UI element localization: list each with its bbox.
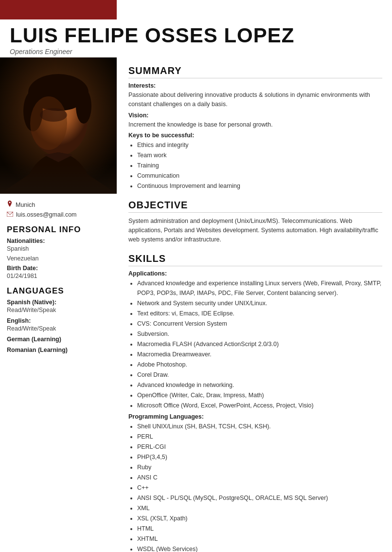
prog-item-7: ANSI SQL - PL/SQL (MySQL, PostgreSQL, OR…	[137, 493, 382, 503]
app-item-0: Advanced knowledge and experience instal…	[137, 278, 382, 298]
job-title: Operations Engineer	[10, 48, 382, 55]
prog-item-9: XSL (XSLT, Xpath)	[137, 514, 382, 523]
applications-label: Applications:	[128, 270, 382, 277]
svg-point-7	[40, 108, 67, 122]
lang-label-2: German (Learning)	[7, 336, 110, 343]
lang-value-0: Read/Write/Speak	[7, 307, 110, 313]
birth-date-value: 01/24/1981	[7, 273, 110, 279]
header-bar	[0, 0, 117, 19]
lang-label-1: English:	[7, 317, 110, 324]
app-item-9: Advanced knowledge in networking.	[137, 380, 382, 390]
app-item-6: Macromedia Dreamweaver.	[137, 350, 382, 359]
keys-list: Ethics and integrity Team work Training …	[137, 140, 382, 191]
key-item-0: Ethics and integrity	[137, 140, 382, 150]
key-item-2: Training	[137, 161, 382, 170]
location-row: Munich	[7, 201, 110, 209]
photo-area	[0, 57, 117, 194]
main-layout: Munich luis.osses@gmail.com PERSONAL INF…	[0, 57, 392, 552]
personal-info-heading: PERSONAL INFO	[7, 225, 110, 235]
app-item-3: CVS: Concurrent Version System	[137, 319, 382, 329]
skills-heading: SKILLS	[128, 253, 382, 266]
name-section: LUIS FELIPE OSSES LOPEZ Operations Engin…	[0, 19, 392, 57]
prog-item-0: Shell UNIX/Linux (SH, BASH, TCSH, CSH, K…	[137, 422, 382, 431]
nationalities-label: Nationalities:	[7, 238, 110, 244]
interests-label: Interests:	[128, 82, 382, 89]
programming-list: Shell UNIX/Linux (SH, BASH, TCSH, CSH, K…	[137, 422, 382, 552]
lang-entry-2: German (Learning)	[7, 336, 110, 343]
app-item-4: Subversion.	[137, 329, 382, 339]
key-item-1: Team work	[137, 150, 382, 160]
nationality-1: Spanish	[7, 245, 110, 252]
full-name: LUIS FELIPE OSSES LOPEZ	[10, 24, 382, 47]
languages-heading: LANGUAGES	[7, 286, 110, 296]
app-item-10: OpenOffice (Writer, Calc, Draw, Impress,…	[137, 390, 382, 400]
key-item-4: Continuous Improvement and learning	[137, 181, 382, 191]
vision-text: Increment the knowledge is base for pers…	[128, 120, 382, 129]
lang-entry-3: Romanian (Learning)	[7, 347, 110, 353]
left-column: Munich luis.osses@gmail.com PERSONAL INF…	[0, 57, 117, 552]
prog-item-4: Ruby	[137, 462, 382, 472]
svg-point-6	[30, 96, 67, 150]
app-item-1: Network and System security under UNIX/L…	[137, 298, 382, 308]
applications-list: Advanced knowledge and experience instal…	[137, 278, 382, 410]
prog-item-3: PHP(3,4,5)	[137, 452, 382, 462]
prog-item-10: HTML	[137, 524, 382, 534]
lang-entry-1: English: Read/Write/Speak	[7, 317, 110, 332]
email-icon	[7, 211, 13, 218]
app-item-5: Macromedia FLASH (Advanced ActionScript …	[137, 339, 382, 349]
objective-text: System administration and deployment (Un…	[128, 217, 382, 244]
profile-photo	[0, 57, 117, 194]
interests-text: Passionate about delivering innovative p…	[128, 91, 382, 109]
svg-point-5	[76, 89, 91, 124]
key-item-3: Communication	[137, 171, 382, 181]
location-icon	[7, 201, 13, 209]
right-column: SUMMARY Interests: Passionate about deli…	[117, 57, 392, 552]
prog-item-11: XHTML	[137, 534, 382, 544]
prog-item-2: PERL-CGI	[137, 442, 382, 452]
prog-item-1: PERL	[137, 432, 382, 442]
prog-item-12: WSDL (Web Services)	[137, 544, 382, 552]
svg-point-1	[24, 165, 92, 194]
birth-date-label: Birth Date:	[7, 265, 110, 272]
email-text: luis.osses@gmail.com	[16, 211, 77, 218]
lang-entry-0: Spanish (Native): Read/Write/Speak	[7, 299, 110, 313]
vision-label: Vision:	[128, 112, 382, 119]
programming-label: Programming Languages:	[128, 413, 382, 420]
nationality-2: Venezuelan	[7, 255, 110, 262]
lang-label-3: Romanian (Learning)	[7, 347, 110, 353]
objective-heading: OBJECTIVE	[128, 200, 382, 213]
prog-item-5: ANSI C	[137, 473, 382, 482]
app-item-11: Microsoft Office (Word, Excel, PowerPoin…	[137, 401, 382, 410]
app-item-2: Text editors: vi, Emacs, IDE Eclipse.	[137, 309, 382, 318]
app-item-8: Corel Draw.	[137, 370, 382, 380]
summary-heading: SUMMARY	[128, 65, 382, 78]
email-row: luis.osses@gmail.com	[7, 211, 110, 218]
app-item-7: Adobe Photoshop.	[137, 360, 382, 369]
prog-item-8: XML	[137, 503, 382, 513]
prog-item-6: C++	[137, 483, 382, 493]
lang-label-0: Spanish (Native):	[7, 299, 110, 306]
location-text: Munich	[16, 202, 35, 208]
lang-value-1: Read/Write/Speak	[7, 325, 110, 332]
keys-label: Keys to be successful:	[128, 132, 382, 139]
left-info: Munich luis.osses@gmail.com PERSONAL INF…	[0, 194, 117, 353]
